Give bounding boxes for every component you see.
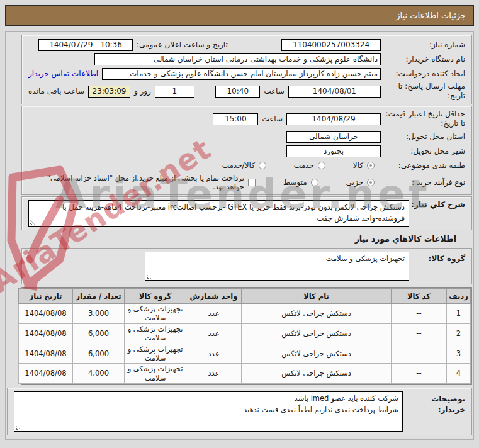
goods-radio[interactable] [367, 162, 375, 169]
buyer-notes-label: توضیحات خریدار: [405, 391, 465, 415]
request-creator-row: ایجاد کننده درخواست: میثم حسین زاده کارپ… [28, 67, 465, 80]
resize-handle-icon [16, 425, 21, 430]
goods-service-radio-label: کالا/خدمت [222, 161, 255, 170]
goods-group-textarea[interactable]: تجهیزات پزشکی و سلامت [145, 252, 409, 281]
medium-radio[interactable] [311, 179, 318, 186]
medium-radio-label: متوسط [283, 178, 307, 187]
treasury-checkbox-option[interactable]: پرداخت تمام یا بخشی از مبلغ خرید،از محل … [28, 174, 256, 191]
radio-option-minor[interactable]: جزیی [346, 178, 375, 187]
need-details-page: جزئیات اطلاعات نیاز شماره نیاز: 11040002… [0, 0, 479, 448]
cell-item-name: دستکش جراحی لاتکس [242, 323, 392, 344]
buyer-notes-line: شرایط پرداخت نقدی نداریم لطفاً نقدی قیمت… [18, 405, 398, 416]
col-header-need-date: تاریخ نیاز [19, 289, 73, 304]
general-info-groupbox: شماره نیاز: 1104000257003324 تاریخ و ساع… [21, 35, 472, 104]
cell-need-date: 1404/08/08 [19, 323, 73, 344]
treasury-checkbox[interactable] [248, 179, 256, 186]
days-and-label: روز و [134, 87, 151, 96]
items-table-container: ردیف کد کالا نام کالا واحد شمارش گروه کا… [21, 287, 472, 385]
page-title: جزئیات اطلاعات نیاز [5, 5, 474, 26]
deadline-date-input[interactable]: 1404/08/01 [288, 86, 381, 98]
cell-item-code: -- [392, 304, 447, 324]
cell-unit: عدد [186, 304, 242, 324]
cell-item-name: دستکش جراحی لاتکس [242, 364, 392, 384]
table-row: 2 -- دستکش جراحی لاتکس عدد تجهیزات پزشکی… [19, 323, 471, 344]
validity-hour-label: ساعت [262, 115, 283, 124]
buyer-org-row: نام دستگاه خریدار: دانشگاه علوم پزشکی و … [28, 53, 465, 65]
cell-row-number: 1 [447, 304, 471, 324]
remaining-days-field[interactable]: 1 [155, 86, 194, 98]
purchase-process-label: نوع فرآیند خرید : [385, 178, 465, 188]
buyer-org-input[interactable]: دانشگاه علوم پزشکی و خدمات بهداشتی درمان… [94, 53, 381, 65]
delivery-province-row: استان محل تحویل: خراسان شمالی [28, 130, 465, 143]
radio-option-goods-service[interactable]: کالا/خدمت [222, 161, 266, 170]
service-radio[interactable] [318, 162, 325, 169]
request-creator-label: ایجاد کننده درخواست: [385, 69, 465, 79]
cell-unit: عدد [186, 344, 242, 364]
need-number-input[interactable]: 1104000257003324 [281, 39, 381, 51]
form-panel: شماره نیاز: 1104000257003324 تاریخ و ساع… [5, 31, 474, 440]
cell-group: تجهیزات پزشکی و سلامت [125, 304, 186, 324]
response-deadline-label: مهلت ارسال پاسخ: تا تاریخ: [385, 82, 465, 101]
cell-item-name: دستکش جراحی لاتکس [242, 344, 392, 364]
validity-time-input[interactable]: 15:00 [213, 113, 258, 125]
cell-need-date: 1404/08/08 [19, 344, 73, 364]
buyer-notes-textarea[interactable]: شرکت کننده باید عضو imed باشد شرایط پردا… [14, 391, 403, 432]
delivery-city-input[interactable]: بجنورد [286, 145, 381, 157]
table-row: 1 -- دستکش جراحی لاتکس عدد تجهیزات پزشکی… [19, 304, 471, 324]
cell-unit: عدد [186, 323, 242, 344]
deadline-time-input[interactable]: 10:40 [215, 86, 260, 98]
radio-option-medium[interactable]: متوسط [283, 178, 318, 187]
request-creator-input[interactable]: میثم حسین زاده کارپرداز بیمارستان امام ح… [102, 68, 381, 80]
delivery-city-label: شهر محل تحویل: [385, 147, 465, 156]
goods-group-label: گروه کالا: [411, 252, 465, 264]
remaining-countdown-field: 23:03:09 [88, 86, 130, 98]
cell-item-code: -- [392, 364, 447, 384]
col-header-group: گروه کالا [125, 289, 186, 304]
delivery-province-label: استان محل تحویل: [385, 132, 465, 142]
col-header-unit: واحد شمارش [186, 289, 242, 304]
cell-group: تجهیزات پزشکی و سلامت [125, 323, 186, 344]
response-deadline-row: مهلت ارسال پاسخ: تا تاریخ: 1404/08/01 سا… [28, 82, 465, 101]
radio-option-service[interactable]: خدمت [294, 161, 325, 170]
need-description-textarea[interactable]: دستکش جراحی لاتکس بدون پودر-برند فقط حری… [28, 200, 409, 227]
purchase-process-row: نوع فرآیند خرید : جزیی متوسط پرداخت تمام… [28, 174, 465, 191]
deadline-hour-label: ساعت [264, 87, 285, 96]
goods-service-radio[interactable] [259, 162, 266, 169]
cell-row-number: 4 [447, 364, 471, 384]
cell-quantity: 6,000 [73, 323, 125, 344]
announce-datetime-input[interactable]: 1404/07/29 - 10:36 [38, 39, 133, 51]
price-validity-row: حداقل تاریخ اعتبار قیمت: تا تاریخ: 1404/… [28, 109, 465, 128]
treasury-checkbox-label: پرداخت تمام یا بخشی از مبلغ خرید،از محل … [28, 174, 244, 191]
radio-option-goods[interactable]: کالا [353, 161, 375, 170]
buyer-org-label: نام دستگاه خریدار: [385, 55, 465, 64]
validity-date-input[interactable]: 1404/08/29 [286, 113, 381, 125]
cell-quantity: 6,000 [73, 344, 125, 364]
cell-group: تجهیزات پزشکی و سلامت [125, 344, 186, 364]
cell-row-number: 2 [447, 323, 471, 344]
minor-radio[interactable] [367, 179, 375, 186]
buyer-contact-link[interactable]: اطلاعات تماس خریدار [28, 69, 98, 78]
resize-handle-icon [30, 220, 35, 225]
cell-need-date: 1404/08/08 [19, 364, 73, 384]
cell-item-code: -- [392, 344, 447, 364]
buyer-notes-line: شرکت کننده باید عضو imed باشد [18, 393, 398, 405]
col-header-item-code: کد کالا [392, 289, 447, 304]
cell-unit: عدد [186, 364, 242, 384]
delivery-province-input[interactable]: خراسان شمالی [286, 131, 381, 143]
service-radio-label: خدمت [294, 161, 314, 170]
cell-item-name: دستکش جراحی لاتکس [242, 304, 392, 324]
table-row: 4 -- دستکش جراحی لاتکس عدد تجهیزات پزشکی… [19, 364, 471, 384]
goods-radio-label: کالا [353, 161, 363, 170]
cell-quantity: 4,000 [73, 364, 125, 384]
need-number-row: شماره نیاز: 1104000257003324 تاریخ و ساع… [28, 38, 465, 51]
goods-group-text: تجهیزات پزشکی و سلامت [326, 254, 405, 263]
price-validity-label: حداقل تاریخ اعتبار قیمت: تا تاریخ: [385, 109, 465, 128]
items-table-header-row: ردیف کد کالا نام کالا واحد شمارش گروه کا… [19, 289, 471, 304]
cell-need-date: 1404/08/08 [19, 304, 73, 324]
cell-quantity: 3,000 [73, 304, 125, 324]
minor-radio-label: جزیی [346, 178, 363, 187]
cell-group: تجهیزات پزشکی و سلامت [125, 364, 186, 384]
resize-handle-icon [147, 274, 152, 279]
subject-classification-label: طبقه بندی موضوعی: [385, 161, 465, 171]
col-header-item-name: نام کالا [242, 289, 392, 304]
